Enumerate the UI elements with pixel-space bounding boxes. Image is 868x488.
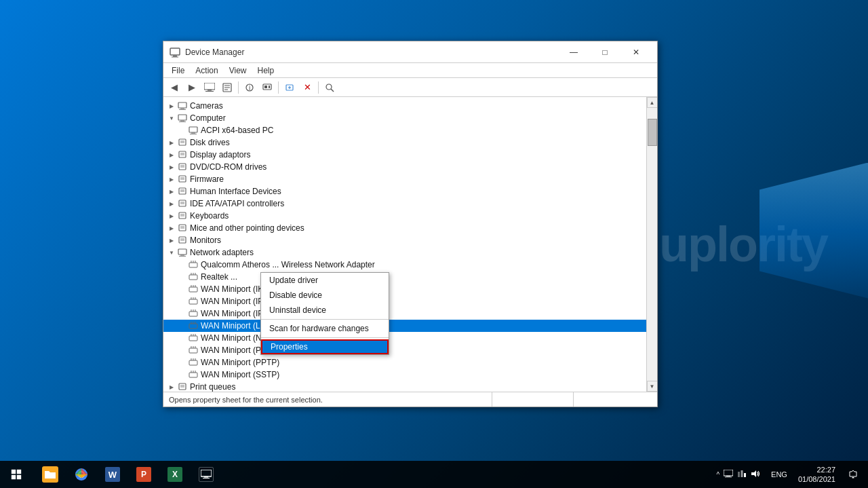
tree-expander[interactable] [177,344,188,356]
tree-item[interactable]: ▶Human Interface Devices [163,185,646,198]
context-menu-item[interactable]: Scan for hardware changes [261,321,389,336]
tree-expander[interactable]: ▶ [166,198,177,210]
time-display: 22:27 [816,465,835,474]
svg-rect-5 [205,91,214,92]
tree-expander[interactable] [177,332,188,344]
context-menu-item[interactable]: Update driver [261,273,389,288]
tree-item[interactable]: Qualcomm Atheros ... Wireless Network Ad… [163,259,646,271]
tree-item[interactable]: WAN Miniport (L2TP) [163,320,646,332]
tree-expander[interactable]: ▶ [166,136,177,149]
tree-item[interactable]: ▶Mice and other pointing devices [163,222,646,234]
tree-expander[interactable]: ▶ [166,210,177,222]
tree-expander[interactable]: ▶ [166,161,177,173]
language-indicator[interactable]: ENG [768,470,790,478]
taskbar-app-powerpoint[interactable]: P [129,461,159,488]
scan-button[interactable] [321,80,338,95]
tree-expander[interactable] [177,369,188,381]
tree-expander[interactable]: ▶ [166,381,177,392]
tree-item[interactable]: ACPI x64-based PC [163,124,646,136]
taskbar-app-chrome[interactable] [66,461,96,488]
svg-rect-24 [180,121,184,121]
titlebar: Device Manager — □ ✕ [163,41,657,63]
tree-item[interactable]: WAN Miniport (Network Monitor) [163,332,646,344]
start-button[interactable] [0,461,33,488]
tree-expander[interactable]: ▶ [166,234,177,246]
tree-expander[interactable] [177,295,188,307]
scrollbar-thumb[interactable] [648,119,657,146]
update-driver-button[interactable]: i [241,80,258,95]
tree-item-label: Qualcomm Atheros ... Wireless Network Ad… [201,260,375,269]
tree-item[interactable]: ▶DVD/CD-ROM drives [163,161,646,173]
taskbar-app-file-explorer[interactable] [35,461,65,488]
tree-expander[interactable]: ▼ [166,246,177,259]
tree-item[interactable]: WAN Miniport (SSTP) [163,369,646,381]
minimize-button[interactable]: — [558,41,589,63]
tree-expander[interactable]: ▶ [166,149,177,161]
tree-item-label: WAN Miniport (IP) [201,297,266,306]
menu-view[interactable]: View [224,64,252,77]
close-button[interactable]: ✕ [620,41,652,63]
tree-item[interactable]: ▶IDE ATA/ATAPI controllers [163,198,646,210]
tree-expander[interactable] [177,320,188,332]
tree-expander[interactable] [177,307,188,320]
monitor-icon [724,470,733,480]
tree-item[interactable]: ▶Monitors [163,234,646,246]
tree-expander[interactable]: ▶ [166,173,177,185]
device-tree[interactable]: ▶Cameras▼ComputerACPI x64-based PC▶Disk … [163,97,646,392]
svg-rect-95 [189,373,197,377]
taskbar-app-word[interactable]: W [98,461,127,488]
menu-file[interactable]: File [166,64,190,77]
tree-node-icon [188,333,199,343]
uninstall-button[interactable]: ✕ [299,80,315,95]
tree-item[interactable]: ▶Display adaptors [163,149,646,161]
tree-item[interactable]: WAN Miniport (PPPOE) [163,344,646,356]
tree-item[interactable]: WAN Miniport (IKEv2) [163,283,646,295]
tree-item[interactable]: ▶Disk drives [163,136,646,149]
scroll-up-arrow[interactable]: ▲ [647,97,658,108]
tree-expander[interactable] [177,356,188,369]
tree-item[interactable]: Realtek ... [163,271,646,283]
tree-item[interactable]: WAN Miniport (PPTP) [163,356,646,369]
computer-view-button[interactable] [201,80,218,95]
context-menu-item[interactable]: Disable device [261,288,389,303]
clock[interactable]: 22:27 01/08/2021 [793,465,841,485]
tree-expander[interactable]: ▼ [166,112,177,124]
tree-item-label: Realtek ... [201,272,237,282]
tree-expander[interactable]: ▶ [166,100,177,112]
tree-item[interactable]: ▶Keyboards [163,210,646,222]
systray-chevron[interactable]: ^ [716,471,719,478]
tree-expander[interactable]: ▶ [166,222,177,234]
notification-button[interactable] [844,461,863,488]
tree-item[interactable]: ▶Print queues [163,381,646,392]
tree-item[interactable]: ▼Computer [163,112,646,124]
forward-button[interactable]: ▶ [184,80,200,95]
context-menu-item[interactable]: Uninstall device [261,303,389,318]
tree-expander[interactable] [177,271,188,283]
scroll-down-arrow[interactable]: ▼ [647,381,658,392]
tree-item[interactable]: WAN Miniport (IP) [163,295,646,307]
tree-item[interactable]: ▼Network adapters [163,246,646,259]
tree-expander[interactable] [177,283,188,295]
tree-expander[interactable]: ▶ [166,185,177,198]
context-menu-item[interactable]: Properties [261,339,389,354]
add-driver-button[interactable] [281,80,298,95]
svg-rect-59 [189,263,197,267]
show-all-devices-button[interactable] [259,80,275,95]
tree-item[interactable]: ▶Cameras [163,100,646,112]
menu-action[interactable]: Action [190,64,223,77]
tree-expander[interactable] [177,259,188,271]
tree-node-icon [188,345,199,356]
maximize-button[interactable]: □ [589,41,620,63]
vertical-scrollbar[interactable]: ▲ ▼ [646,97,657,392]
statusbar-section-2 [573,392,654,407]
properties-view-button[interactable] [219,80,235,95]
taskbar-app-device-manager[interactable] [191,461,221,488]
menu-help[interactable]: Help [252,64,280,77]
tree-expander[interactable] [177,124,188,136]
window-title-icon [169,46,181,58]
back-button[interactable]: ◀ [166,80,182,95]
tree-item[interactable]: WAN Miniport (IPv6) [163,307,646,320]
svg-rect-87 [189,348,197,353]
tree-item[interactable]: ▶Firmware [163,173,646,185]
taskbar-app-excel[interactable]: X [160,461,190,488]
